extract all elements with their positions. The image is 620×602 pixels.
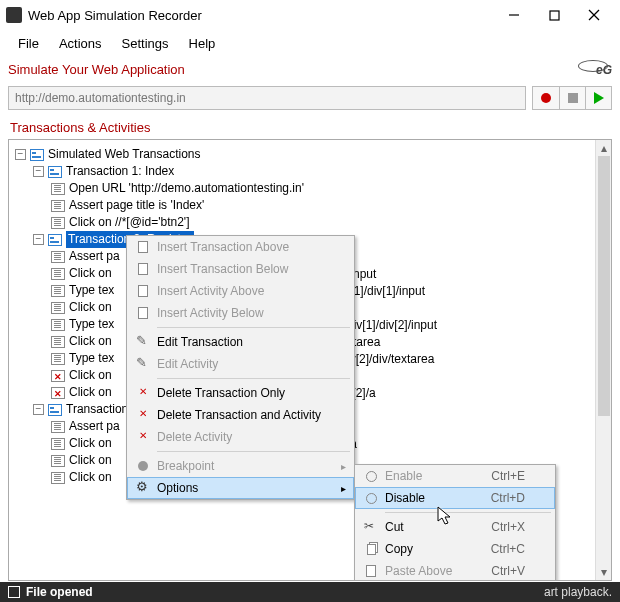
transaction-icon (48, 404, 62, 416)
submenu-arrow-icon: ▸ (341, 461, 346, 472)
status-bar: File opened art playback. (0, 582, 620, 602)
activity-disabled-icon (51, 370, 65, 382)
brand-label: Simulate Your Web Application (8, 62, 185, 77)
stop-icon (568, 93, 578, 103)
record-button[interactable] (533, 87, 559, 109)
tree-transaction-1[interactable]: −Transaction 1: Index (15, 163, 605, 180)
power-icon (366, 493, 377, 504)
tree-activity[interactable]: Assert page title is 'Index' (15, 197, 605, 214)
transactions-title: Transactions & Activities (0, 114, 620, 139)
transaction-icon (48, 234, 62, 246)
tree-root[interactable]: −Simulated Web Transactions (15, 146, 605, 163)
activity-icon (51, 217, 65, 229)
activity-icon (51, 200, 65, 212)
svg-rect-1 (550, 11, 559, 20)
activity-icon (51, 268, 65, 280)
status-text: File opened (26, 585, 93, 599)
copy-icon (367, 544, 376, 555)
ctx-delete-activity[interactable]: Delete Activity (127, 426, 354, 448)
tree-activity[interactable]: Open URL 'http://demo.automationtesting.… (15, 180, 605, 197)
edit-icon (136, 335, 150, 349)
scroll-up-button[interactable]: ▴ (596, 140, 611, 156)
paste-icon (366, 565, 376, 577)
status-right: art playback. (544, 585, 612, 599)
tree-activity[interactable]: Click on //*[@id='btn2'] (15, 214, 605, 231)
submenu-arrow-icon: ▸ (341, 483, 346, 494)
ctx-insert-transaction-below[interactable]: Insert Transaction Below (127, 258, 354, 280)
menu-actions[interactable]: Actions (49, 32, 112, 55)
cut-icon (364, 520, 378, 534)
activity-disabled-icon (51, 387, 65, 399)
play-icon (594, 92, 604, 104)
minimize-button[interactable] (494, 1, 534, 29)
ctx-paste-above[interactable]: Paste AboveCtrl+V (355, 560, 555, 581)
insert-above-icon (138, 241, 148, 253)
ctx-breakpoint[interactable]: Breakpoint▸ (127, 455, 354, 477)
scroll-thumb[interactable] (598, 156, 610, 416)
delete-icon (136, 408, 150, 422)
insert-above-icon (138, 285, 148, 297)
play-button[interactable] (585, 87, 611, 109)
context-menu: Insert Transaction Above Insert Transact… (126, 235, 355, 500)
ctx-edit-transaction[interactable]: Edit Transaction (127, 331, 354, 353)
activity-icon (51, 472, 65, 484)
options-submenu: EnableCtrl+E DisableCtrl+D CutCtrl+X Cop… (354, 464, 556, 581)
brand-logo: eG (578, 59, 612, 79)
ctx-copy[interactable]: CopyCtrl+C (355, 538, 555, 560)
activity-icon (51, 336, 65, 348)
status-icon (8, 586, 20, 598)
truncated-text: /input /[1]/div[1]/input div[1]/div[2]/i… (347, 266, 437, 453)
maximize-button[interactable] (534, 1, 574, 29)
insert-below-icon (138, 307, 148, 319)
gear-icon (136, 481, 150, 495)
transactions-icon (30, 149, 44, 161)
ctx-edit-activity[interactable]: Edit Activity (127, 353, 354, 375)
delete-icon (136, 386, 150, 400)
vertical-scrollbar[interactable]: ▴ ▾ (595, 140, 611, 580)
activity-icon (51, 302, 65, 314)
activity-icon (51, 421, 65, 433)
menu-bar: File Actions Settings Help (0, 30, 620, 56)
ctx-disable[interactable]: DisableCtrl+D (355, 487, 555, 509)
record-icon (541, 93, 551, 103)
activity-icon (51, 455, 65, 467)
window-title: Web App Simulation Recorder (28, 8, 494, 23)
menu-settings[interactable]: Settings (112, 32, 179, 55)
activity-icon (51, 319, 65, 331)
ctx-delete-transaction-only[interactable]: Delete Transaction Only (127, 382, 354, 404)
ctx-insert-activity-above[interactable]: Insert Activity Above (127, 280, 354, 302)
insert-below-icon (138, 263, 148, 275)
delete-icon (136, 430, 150, 444)
activity-icon (51, 251, 65, 263)
ctx-options[interactable]: Options▸ (127, 477, 354, 499)
url-input[interactable] (8, 86, 526, 110)
ctx-cut[interactable]: CutCtrl+X (355, 516, 555, 538)
url-row (0, 82, 620, 114)
breakpoint-icon (138, 461, 148, 471)
activity-icon (51, 438, 65, 450)
playback-controls (532, 86, 612, 110)
transaction-icon (48, 166, 62, 178)
stop-button[interactable] (559, 87, 585, 109)
activity-icon (51, 285, 65, 297)
scroll-down-button[interactable]: ▾ (596, 564, 611, 580)
menu-file[interactable]: File (8, 32, 49, 55)
app-icon (6, 7, 22, 23)
tree-panel: −Simulated Web Transactions −Transaction… (8, 139, 612, 581)
title-bar: Web App Simulation Recorder (0, 0, 620, 30)
ctx-insert-activity-below[interactable]: Insert Activity Below (127, 302, 354, 324)
activity-icon (51, 353, 65, 365)
edit-icon (136, 357, 150, 371)
ctx-enable[interactable]: EnableCtrl+E (355, 465, 555, 487)
power-icon (366, 471, 377, 482)
close-button[interactable] (574, 1, 614, 29)
ctx-insert-transaction-above[interactable]: Insert Transaction Above (127, 236, 354, 258)
ctx-delete-transaction-activity[interactable]: Delete Transaction and Activity (127, 404, 354, 426)
brand-row: Simulate Your Web Application eG (0, 56, 620, 82)
menu-help[interactable]: Help (179, 32, 226, 55)
activity-icon (51, 183, 65, 195)
